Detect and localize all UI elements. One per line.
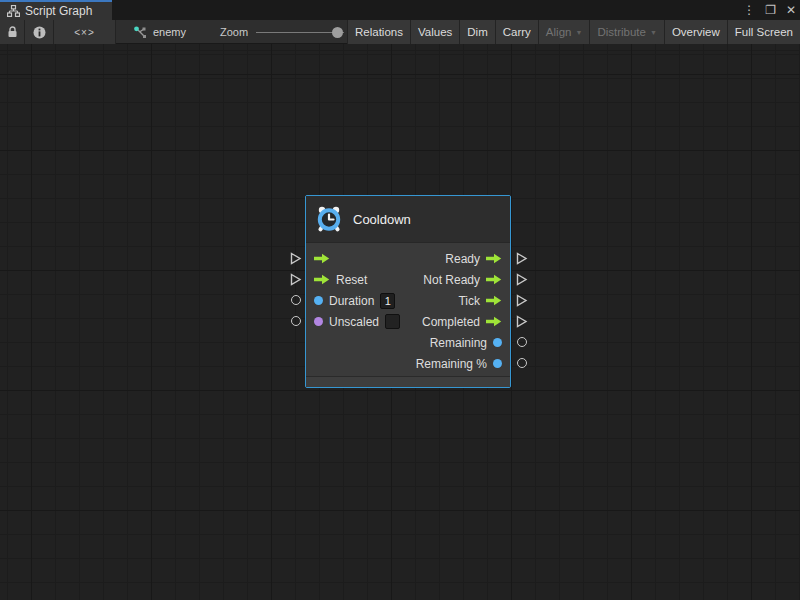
cooldown-node[interactable]: Cooldown Ready Re — [305, 195, 511, 388]
value-port-icon — [493, 338, 502, 347]
window-menu-icon[interactable]: ⋮ — [743, 0, 755, 20]
breadcrumb[interactable]: enemy — [133, 20, 186, 44]
full-screen-button[interactable]: Full Screen — [727, 20, 800, 44]
overview-button[interactable]: Overview — [664, 20, 727, 44]
flow-arrow-icon — [314, 274, 330, 285]
port-unscaled[interactable]: Unscaled — [306, 314, 400, 329]
bool-port-icon — [314, 317, 323, 326]
flow-arrow-icon — [486, 274, 502, 285]
flow-port-hint-right[interactable] — [516, 315, 528, 328]
node-title: Cooldown — [353, 212, 411, 227]
flow-port-hint-right[interactable] — [516, 252, 528, 265]
graph-hierarchy-icon — [7, 5, 20, 17]
value-port-hint-right[interactable] — [517, 358, 527, 368]
flow-port-hint-left[interactable] — [290, 252, 302, 265]
close-icon[interactable]: ✕ — [786, 0, 796, 20]
port-flow-enter[interactable] — [306, 253, 330, 264]
value-port-icon — [493, 359, 502, 368]
flow-arrow-icon — [486, 295, 502, 306]
alarm-clock-icon — [315, 205, 343, 233]
flow-port-hint-right[interactable] — [516, 273, 528, 286]
zoom-label: Zoom — [220, 26, 248, 38]
node-ports: Ready Reset Not Ready — [306, 243, 510, 374]
port-row: Reset Not Ready — [306, 269, 510, 290]
node-footer — [306, 376, 510, 387]
zoom-slider-knob[interactable] — [332, 27, 343, 38]
port-remaining-percent[interactable]: Remaining % — [416, 357, 510, 371]
zoom-slider-track — [256, 32, 344, 33]
flow-port-hint-left[interactable] — [290, 273, 302, 286]
graph-toolbar: <×> enemy Zoom 1x Relations Values Dim — [0, 20, 800, 44]
maximize-icon[interactable]: ❐ — [765, 0, 776, 20]
relations-button[interactable]: Relations — [347, 20, 410, 44]
lock-button[interactable] — [0, 20, 25, 44]
duration-value-field[interactable]: 1 — [380, 293, 395, 309]
port-row: Duration 1 Tick — [306, 290, 510, 311]
graph-canvas[interactable]: Cooldown Ready Re — [0, 44, 800, 600]
unscaled-checkbox[interactable] — [385, 314, 400, 329]
dim-button[interactable]: Dim — [459, 20, 494, 44]
port-tick[interactable]: Tick — [458, 294, 510, 308]
values-button[interactable]: Values — [410, 20, 459, 44]
port-duration[interactable]: Duration 1 — [306, 293, 395, 309]
flow-arrow-icon — [314, 253, 330, 264]
code-view-button[interactable]: <×> — [54, 20, 116, 44]
flow-arrow-icon — [486, 316, 502, 327]
tab-script-graph[interactable]: Script Graph — [0, 0, 112, 20]
chevron-down-icon: ▼ — [650, 29, 657, 36]
distribute-dropdown: Distribute ▼ — [589, 20, 664, 44]
port-row: Ready — [306, 248, 510, 269]
port-ready[interactable]: Ready — [445, 252, 510, 266]
port-row: Remaining % — [306, 353, 510, 374]
cooldown-node-header[interactable]: Cooldown — [306, 196, 510, 243]
align-dropdown: Align ▼ — [538, 20, 590, 44]
toolbar-button-group: Relations Values Dim Carry Align ▼ Distr… — [347, 20, 800, 44]
flow-arrow-icon — [486, 253, 502, 264]
breadcrumb-label: enemy — [153, 26, 186, 38]
info-button[interactable] — [25, 20, 54, 44]
port-completed[interactable]: Completed — [422, 315, 510, 329]
chevron-down-icon: ▼ — [575, 29, 582, 36]
code-icon: <×> — [74, 27, 95, 38]
lock-icon — [7, 26, 18, 38]
port-row: Unscaled Completed — [306, 311, 510, 332]
port-reset[interactable]: Reset — [306, 273, 367, 287]
window-titlebar: Script Graph ⋮ ❐ ✕ — [0, 0, 800, 20]
port-remaining[interactable]: Remaining — [430, 336, 510, 350]
value-port-hint-right[interactable] — [517, 337, 527, 347]
port-row: Remaining — [306, 332, 510, 353]
flow-port-hint-right[interactable] — [516, 294, 528, 307]
carry-button[interactable]: Carry — [495, 20, 538, 44]
info-icon — [33, 26, 46, 39]
port-not-ready[interactable]: Not Ready — [423, 273, 510, 287]
tab-label: Script Graph — [25, 4, 92, 18]
value-port-hint-left[interactable] — [291, 295, 301, 305]
script-graph-asset-icon — [133, 26, 147, 39]
value-port-hint-left[interactable] — [291, 316, 301, 326]
zoom-slider[interactable] — [256, 27, 344, 38]
value-port-icon — [314, 296, 323, 305]
